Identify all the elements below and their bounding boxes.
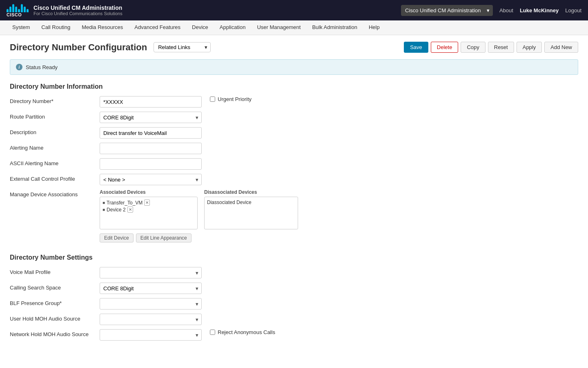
nav-media-resources[interactable]: Media Resources xyxy=(76,20,129,35)
header-left: CISCO Cisco Unified CM Administration Fo… xyxy=(7,3,122,17)
edit-line-appearance-button[interactable]: Edit Line Appearance xyxy=(136,233,192,242)
directory-number-label: Directory Number* xyxy=(10,96,100,104)
disassociated-devices-wrapper: Disassociated Devices Diassociated Devic… xyxy=(204,189,298,242)
urgent-priority-label: Urgent Priority xyxy=(218,96,252,102)
disassociated-device-name: Diassociated Device xyxy=(207,200,252,205)
directory-number-input[interactable] xyxy=(100,96,202,108)
dir-number-info-title: Directory Number Information xyxy=(10,83,578,90)
app-subtitle: For Cisco Unified Communications Solutio… xyxy=(33,11,122,16)
description-row: Description xyxy=(10,127,578,139)
related-links-wrapper[interactable]: Related Links xyxy=(154,42,211,52)
associated-devices-box[interactable]: ■ Transfer_To_VM ✕ ■ Device 2 ✕ xyxy=(100,197,198,229)
network-hold-moh-select[interactable] xyxy=(100,329,202,341)
alerting-name-label: Alerting Name xyxy=(10,143,100,151)
dir-number-settings-title: Directory Number Settings xyxy=(10,254,578,261)
page-title-left: Directory Number Configuration Related L… xyxy=(10,42,211,53)
voice-mail-profile-row: Voice Mail Profile xyxy=(10,267,578,278)
device-tag-name-2: Device 2 xyxy=(107,207,126,213)
user-hold-moh-select[interactable] xyxy=(100,314,202,325)
route-partition-row: Route Partition CORE 8Digit xyxy=(10,112,578,123)
voice-mail-profile-select[interactable] xyxy=(100,267,202,278)
network-hold-moh-row: Network Hold MOH Audio Source Reject Ano… xyxy=(10,329,578,341)
top-nav-select-wrapper[interactable]: Cisco Unified CM Administration xyxy=(401,5,493,16)
voice-mail-profile-select-wrapper[interactable] xyxy=(100,267,202,278)
status-bar: i Status Ready xyxy=(10,59,578,75)
apply-button[interactable]: Apply xyxy=(517,42,542,53)
calling-search-space-row: Calling Search Space CORE 8Digit xyxy=(10,283,578,294)
disassociated-devices-box[interactable]: Diassociated Device xyxy=(204,197,298,229)
top-nav-select[interactable]: Cisco Unified CM Administration xyxy=(401,5,493,16)
logout-link[interactable]: Logout xyxy=(565,7,581,13)
user-hold-moh-select-wrapper[interactable] xyxy=(100,314,202,325)
calling-search-space-select-wrapper[interactable]: CORE 8Digit xyxy=(100,283,202,294)
nav-call-routing[interactable]: Call Routing xyxy=(36,20,76,35)
save-button[interactable]: Save xyxy=(404,42,428,53)
device-tag-transfer-to-vm: ■ Transfer_To_VM ✕ xyxy=(102,200,195,206)
top-header: CISCO Cisco Unified CM Administration Fo… xyxy=(0,0,588,20)
blf-presence-group-row: BLF Presence Group* xyxy=(10,298,578,310)
reject-anonymous-calls-row: Reject Anonymous Calls xyxy=(210,329,275,335)
app-title-block: Cisco Unified CM Administration For Cisc… xyxy=(33,4,122,16)
ascii-alerting-name-input[interactable] xyxy=(100,158,202,170)
app-name: Cisco Unified CM Administration xyxy=(33,4,122,11)
manage-device-assoc-label: Manage Device Associations xyxy=(10,189,100,197)
ascii-alerting-name-row: ASCII Alerting Name xyxy=(10,158,578,170)
urgent-priority-checkbox[interactable] xyxy=(210,96,215,102)
nav-advanced-features[interactable]: Advanced Features xyxy=(129,20,186,35)
add-new-button[interactable]: Add New xyxy=(544,42,578,53)
external-call-control-select-wrapper[interactable]: < None > xyxy=(100,174,202,185)
nav-bar: System Call Routing Media Resources Adva… xyxy=(0,20,588,35)
device-tag-bullet: ■ xyxy=(102,200,105,205)
user-name: Luke McKinney xyxy=(520,7,559,13)
route-partition-select[interactable]: CORE 8Digit xyxy=(100,112,202,123)
nav-system[interactable]: System xyxy=(7,20,36,35)
directory-number-row: Directory Number* Urgent Priority xyxy=(10,96,578,108)
alerting-name-row: Alerting Name xyxy=(10,143,578,154)
description-input[interactable] xyxy=(100,127,202,139)
route-partition-label: Route Partition xyxy=(10,112,100,120)
user-hold-moh-label: User Hold MOH Audio Source xyxy=(10,314,100,322)
info-icon: i xyxy=(16,64,22,70)
description-label: Description xyxy=(10,127,100,135)
cisco-logo-icon xyxy=(7,3,29,12)
action-buttons: Save Delete Copy Reset Apply Add New xyxy=(404,42,578,53)
device-tag-remove-2[interactable]: ✕ xyxy=(127,206,133,213)
delete-button[interactable]: Delete xyxy=(431,42,459,53)
blf-presence-group-label: BLF Presence Group* xyxy=(10,298,100,306)
network-hold-moh-label: Network Hold MOH Audio Source xyxy=(10,329,100,337)
network-hold-moh-select-wrapper[interactable] xyxy=(100,329,202,341)
device-tag-name: Transfer_To_VM xyxy=(107,200,143,206)
blf-presence-group-select[interactable] xyxy=(100,298,202,310)
reject-anonymous-calls-checkbox[interactable] xyxy=(210,330,215,335)
nav-device[interactable]: Device xyxy=(186,20,214,35)
about-link[interactable]: About xyxy=(499,7,513,13)
device-tag-device2: ■ Device 2 ✕ xyxy=(102,206,195,213)
device-buttons: Edit Device Edit Line Appearance xyxy=(100,233,198,242)
associated-devices-label: Associated Devices xyxy=(100,189,198,195)
alerting-name-input[interactable] xyxy=(100,143,202,154)
reset-button[interactable]: Reset xyxy=(488,42,514,53)
status-text: Status Ready xyxy=(26,64,58,70)
device-assoc: Associated Devices ■ Transfer_To_VM ✕ ■ … xyxy=(100,189,298,242)
page-title-row: Directory Number Configuration Related L… xyxy=(10,42,578,53)
copy-button[interactable]: Copy xyxy=(461,42,485,53)
nav-user-management[interactable]: User Management xyxy=(251,20,306,35)
dir-number-info-section: Directory Number Information Directory N… xyxy=(10,83,578,242)
device-tag-remove[interactable]: ✕ xyxy=(144,200,150,206)
edit-device-button[interactable]: Edit Device xyxy=(100,233,134,242)
nav-bulk-administration[interactable]: Bulk Administration xyxy=(306,20,363,35)
external-call-control-select[interactable]: < None > xyxy=(100,174,202,185)
associated-devices-wrapper: Associated Devices ■ Transfer_To_VM ✕ ■ … xyxy=(100,189,198,242)
nav-help[interactable]: Help xyxy=(363,20,385,35)
header-right: Cisco Unified CM Administration About Lu… xyxy=(401,5,581,16)
related-links-select[interactable]: Related Links xyxy=(154,42,211,52)
external-call-control-row: External Call Control Profile < None > xyxy=(10,174,578,185)
calling-search-space-select[interactable]: CORE 8Digit xyxy=(100,283,202,294)
route-partition-select-wrapper[interactable]: CORE 8Digit xyxy=(100,112,202,123)
nav-application[interactable]: Application xyxy=(214,20,252,35)
dir-number-settings-section: Directory Number Settings Voice Mail Pro… xyxy=(10,254,578,341)
blf-presence-group-select-wrapper[interactable] xyxy=(100,298,202,310)
page-title: Directory Number Configuration xyxy=(10,42,147,53)
urgent-priority-row: Urgent Priority xyxy=(210,96,252,102)
page-content: Directory Number Configuration Related L… xyxy=(0,35,588,359)
